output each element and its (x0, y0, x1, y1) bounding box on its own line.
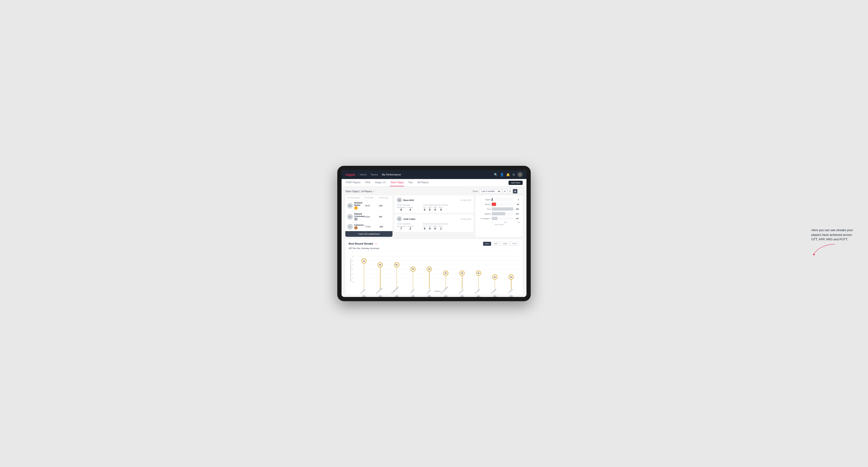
leaderboard-panel: PLAYER NAME PB SCORE PB AVG SQ RB Richar… (345, 195, 393, 237)
player-name: Cameron... (354, 224, 365, 226)
player-card-rees: RB Rees Britt 02 Sep 2023 Total Rounds T… (394, 195, 474, 213)
birdies-bar (492, 203, 496, 206)
avatar: EC (347, 214, 353, 220)
bogeys-value: 311 (516, 213, 519, 215)
user-avatar[interactable]: U (518, 172, 523, 177)
pb-avg: 103 (379, 225, 391, 228)
eagles-label: Eagles (478, 198, 491, 201)
streak-chart-container: Best Streak, Fairway Accuracy 7 6 5 4 3 … (349, 251, 519, 292)
tournament-label: Tournament (397, 207, 405, 208)
divider (418, 223, 418, 230)
putt-label: PUTT (439, 207, 443, 208)
pars-bar-wrap: 499 (492, 207, 514, 211)
ott-label: OTT (423, 225, 426, 227)
divider (418, 204, 418, 211)
rounds-sub: Tournament 7 Practice 2 (397, 225, 413, 230)
practice-stat: Practice 2 (407, 225, 413, 230)
practice-value: 4 (410, 208, 411, 211)
streak-bubble: 5x (427, 267, 432, 272)
bogeys-bar (492, 212, 505, 215)
tab-hcaps[interactable]: Hcaps 1-5 (375, 179, 386, 186)
grid-view-btn[interactable]: ⊞ (502, 189, 507, 194)
stat-group-rounds: Total Rounds Tournament 7 Practice 2 (397, 223, 413, 230)
player-avatar-bottom: EC (444, 295, 448, 297)
search-icon[interactable]: 🔍 (494, 173, 498, 177)
pb-avg: 110 (379, 205, 391, 207)
tab-pgat[interactable]: PGAT Players (345, 179, 361, 186)
ott-value: 0 (424, 227, 425, 230)
nav-my-performance[interactable]: My Performance (382, 173, 401, 177)
avatar: C (347, 224, 353, 229)
annotation-arrow (811, 242, 840, 256)
lb-player-2: EC Edward Crossman 2 (347, 213, 365, 221)
players-row: 7xE. EbertEE6xB. McHargBM6xD. Billingham… (356, 251, 519, 289)
player-avatar-bottom: CQ (509, 295, 513, 297)
tab-pga[interactable]: PGA (365, 179, 371, 186)
nav-right: 🔍 👤 🔔 ⚙ U (494, 172, 523, 177)
ott-value: 0 (424, 208, 425, 211)
rounds-sub: Tournament 8 Practice 4 (397, 207, 413, 211)
app-value: 0 (429, 227, 431, 230)
edit-icon[interactable]: ✎ (373, 190, 375, 192)
arg-stat: ARG 0 (433, 207, 437, 211)
chart-x-axis: 0 200 400 (478, 221, 520, 223)
eagles-value: 3 (518, 198, 519, 201)
annotation-text: Here you can see streaks your players ha… (811, 228, 859, 242)
nav-home[interactable]: Home (360, 173, 367, 177)
show-label: Show (472, 190, 478, 192)
x-label-0: 0 (492, 221, 493, 223)
rank-badge: 2 (354, 217, 358, 221)
main-content: Team Clippd | 14 Players ✎ Show Last 3 m… (342, 187, 526, 297)
sub-nav: PGAT Players PGA Hcaps 1-5 Team Clippd T… (342, 179, 526, 187)
bar-chart-panel: Eagles 3 Birdies 96 (475, 195, 523, 237)
list-view-btn[interactable]: ☰ (507, 189, 512, 194)
filter-arg[interactable]: ARG (501, 242, 509, 246)
add-team-button[interactable]: Add Team (508, 181, 523, 185)
activities-label: Total Practice Activities (423, 223, 448, 225)
player-cards: RB Rees Britt 02 Sep 2023 Total Rounds T… (394, 195, 474, 237)
bell-icon[interactable]: 🔔 (506, 173, 510, 177)
filter-app[interactable]: APP (492, 242, 500, 246)
practice-label: Practice (407, 207, 413, 208)
y-axis-label: Best Streak, Fairway Accuracy (350, 262, 351, 281)
player-name: Josh Coles (403, 218, 415, 220)
streak-bubble: 3x (492, 274, 497, 280)
rounds-label: Total Rounds (397, 204, 413, 206)
chart-row-eagles: Eagles 3 (478, 198, 514, 201)
stat-group-activities: Total Practice Activities OTT 0 APP 0 (423, 223, 448, 230)
card-view-btn[interactable]: ▦ (513, 189, 518, 194)
lb-header: PLAYER NAME PB SCORE PB AVG SQ (345, 195, 393, 200)
person-icon[interactable]: 👤 (500, 173, 504, 177)
filter-ott[interactable]: OTT (483, 242, 491, 246)
pars-label: Pars (478, 208, 491, 210)
tournament-stat: Tournament 8 (397, 207, 405, 211)
table-row: C Cameron... 3 17/20 103 (345, 222, 393, 231)
period-select[interactable]: Last 3 months Last 6 months Last 12 mont… (479, 189, 501, 193)
tab-team-clippd[interactable]: Team Clippd (390, 179, 404, 186)
streak-bubble: 3x (508, 274, 514, 280)
streak-chart-body: 7xE. EbertEE6xB. McHargBM6xD. Billingham… (356, 251, 519, 292)
streak-bubble: 5x (410, 267, 415, 272)
nav-teams[interactable]: Teams (371, 173, 378, 177)
tab-all-players[interactable]: All Players (417, 179, 429, 186)
activities-sub: OTT 0 APP 0 ARG 0 (423, 207, 448, 211)
tab-tour[interactable]: Tour (408, 179, 413, 186)
view-leaderboard-button[interactable]: View Full Leaderboard (345, 231, 393, 237)
player-bar-col: 4xM. MillerMM (470, 261, 487, 289)
streak-bubble: 6x (394, 262, 399, 268)
player-name: Rees Britt (403, 199, 414, 201)
pc-name-row: JC Josh Coles (397, 216, 415, 221)
putt-stat: PUTT 1 (439, 225, 443, 230)
app-value: 0 (429, 208, 431, 211)
dbogeys-value: 131 (516, 217, 519, 220)
nav-bar: clippd Home Teams My Performance 🔍 👤 🔔 ⚙… (342, 170, 526, 179)
ott-label: OTT (423, 207, 426, 208)
lb-player-3: C Cameron... 3 (347, 224, 365, 229)
filter-putt[interactable]: PUTT (510, 242, 519, 246)
x-label-200: 200 (504, 221, 507, 223)
player-bar-col: 6xD. BillinghamDB (389, 261, 405, 289)
stat-group-rounds: Total Rounds Tournament 8 Practice 4 (397, 204, 413, 211)
settings-icon[interactable]: ⚙ (512, 173, 515, 177)
arrow-left-icon: ← (375, 242, 379, 246)
table-view-btn[interactable]: ↕ (518, 189, 523, 194)
